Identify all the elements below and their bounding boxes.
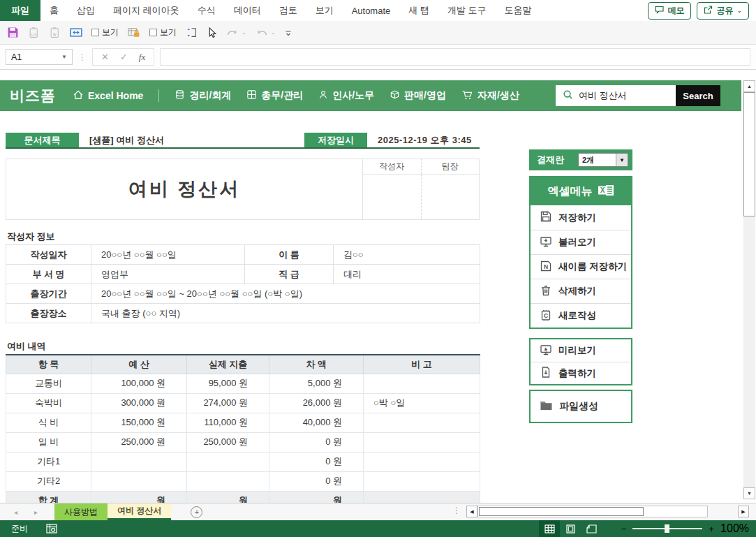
column-width-icon[interactable] xyxy=(70,27,82,38)
approval-count-dropdown[interactable]: 2개 ▼ xyxy=(578,153,628,167)
row-height-icon[interactable] xyxy=(186,27,198,38)
search-button[interactable]: Search xyxy=(676,85,720,106)
table-cell[interactable] xyxy=(187,471,269,491)
table-cell[interactable]: 20○○년 ○○월 ○○일 ~ 20○○년 ○○월 ○○일 (○박 ○일) xyxy=(91,284,480,304)
zoom-level[interactable]: 100% xyxy=(720,522,749,535)
add-sheet-button[interactable]: + xyxy=(191,506,202,518)
redo-button[interactable]: ⌄ xyxy=(226,27,246,38)
confirm-entry-icon[interactable]: ✓ xyxy=(120,52,128,62)
table-cell[interactable] xyxy=(364,452,480,471)
horizontal-scroll-thumb[interactable] xyxy=(479,507,644,516)
table-cell[interactable] xyxy=(91,452,187,471)
tab-developer[interactable]: 개발 도구 xyxy=(438,0,496,21)
tab-page-layout[interactable]: 페이지 레이아웃 xyxy=(104,0,188,21)
tab-home[interactable]: 홈 xyxy=(40,0,68,21)
save-icon[interactable] xyxy=(7,27,19,38)
menu-delete-button[interactable]: 삭제하기 xyxy=(531,279,631,303)
table-cell[interactable]: 영업부 xyxy=(91,265,245,284)
status-ready-text: 준비 xyxy=(11,523,28,535)
approval-sign-cell[interactable] xyxy=(363,175,422,219)
tab-new-tab[interactable]: 새 탭 xyxy=(399,0,438,21)
tab-file[interactable]: 파일 xyxy=(0,0,40,21)
page-layout-view-button[interactable] xyxy=(560,520,581,537)
table-cell[interactable] xyxy=(364,432,480,452)
table-cell[interactable] xyxy=(364,471,480,491)
tab-insert[interactable]: 삽입 xyxy=(68,0,104,21)
sheet-next-arrow[interactable]: ▸ xyxy=(34,508,38,516)
zoom-slider[interactable] xyxy=(632,528,702,529)
table-cell[interactable]: 274,000 원 xyxy=(187,393,269,413)
table-cell[interactable]: 150,000 원 xyxy=(91,413,187,432)
menu-save-button[interactable]: 저장하기 xyxy=(531,205,631,230)
search-input[interactable]: 여비 정산서 xyxy=(556,85,676,106)
tab-formulas[interactable]: 수식 xyxy=(188,0,225,21)
zoom-slider-thumb[interactable] xyxy=(665,524,669,533)
vertical-scroll-thumb[interactable] xyxy=(743,92,755,216)
nav-general-affairs[interactable]: 총무/관리 xyxy=(246,89,303,102)
table-cell[interactable] xyxy=(364,374,480,393)
scroll-up-arrow[interactable]: ▲ xyxy=(743,80,755,92)
menu-save-as-button[interactable]: N 새이름 저장하기 xyxy=(531,254,631,279)
insert-function-icon[interactable]: fx xyxy=(139,52,145,63)
sheet-tab-usage[interactable]: 사용방법 xyxy=(54,503,108,520)
tab-automate[interactable]: Automate xyxy=(343,0,400,21)
table-cell[interactable]: 대리 xyxy=(334,265,480,284)
tab-review[interactable]: 검토 xyxy=(270,0,306,21)
view-checkbox-1[interactable]: 보기 xyxy=(91,27,119,38)
approval-sign-cell[interactable] xyxy=(422,175,480,219)
bizforms-logo[interactable]: 비즈폼 xyxy=(10,86,56,105)
scroll-right-arrow[interactable]: ▶ xyxy=(738,506,749,517)
normal-view-button[interactable] xyxy=(539,520,560,537)
table-cell[interactable]: 300,000 원 xyxy=(91,393,187,413)
nav-hr[interactable]: 인사/노무 xyxy=(318,89,374,102)
protect-sheet-icon[interactable] xyxy=(128,27,140,38)
tab-view[interactable]: 보기 xyxy=(306,0,343,21)
name-box[interactable]: A1 ▼ xyxy=(6,49,73,65)
table-cell: 합 계 xyxy=(6,491,91,503)
page-break-view-button[interactable] xyxy=(581,520,602,537)
comments-button[interactable]: 메모 xyxy=(648,2,691,20)
table-cell[interactable]: 100,000 원 xyxy=(91,374,187,393)
nav-excel-home[interactable]: Excel Home xyxy=(73,89,143,102)
view-checkbox-2[interactable]: 보기 xyxy=(149,27,177,38)
paste-values-icon[interactable]: 123 xyxy=(28,27,40,38)
cancel-entry-icon[interactable]: ✕ xyxy=(101,52,109,62)
toolbar-overflow-button[interactable] xyxy=(284,29,292,37)
table-cell[interactable]: 김○○ xyxy=(334,245,480,265)
table-cell[interactable]: 95,000 원 xyxy=(187,374,269,393)
scroll-down-arrow[interactable]: ▼ xyxy=(743,487,755,499)
share-button[interactable]: 공유 ⌄ xyxy=(697,2,749,20)
table-cell[interactable]: 250,000 원 xyxy=(91,432,187,452)
tab-data[interactable]: 데이터 xyxy=(225,0,270,21)
zoom-in-button[interactable]: + xyxy=(709,524,714,534)
table-cell[interactable]: 250,000 원 xyxy=(187,432,269,452)
undo-button[interactable]: ⌄ xyxy=(255,27,276,38)
scroll-left-arrow[interactable]: ◀ xyxy=(466,506,477,517)
table-cell[interactable]: 국내 출장 (○○ 지역) xyxy=(91,304,480,323)
table-cell[interactable] xyxy=(364,413,480,432)
chevron-down-icon[interactable]: ▼ xyxy=(61,54,67,60)
menu-preview-button[interactable]: 미리보기 xyxy=(531,339,631,362)
menu-new-document-button[interactable]: C 새로작성 xyxy=(531,303,631,328)
menu-create-file-button[interactable]: 파일생성 xyxy=(531,391,631,422)
horizontal-scrollbar[interactable] xyxy=(477,506,708,517)
paste-formulas-icon[interactable]: fx xyxy=(49,27,61,38)
nav-accounting[interactable]: 경리/회계 xyxy=(175,89,231,102)
nav-sales[interactable]: 판매/영업 xyxy=(390,89,446,102)
nav-materials[interactable]: 자재/생산 xyxy=(461,89,519,102)
vertical-scrollbar[interactable]: ▲ ▼ xyxy=(743,80,755,499)
formula-input[interactable] xyxy=(160,48,750,66)
sheet-prev-arrow[interactable]: ◂ xyxy=(14,508,17,516)
table-cell[interactable] xyxy=(187,452,269,471)
menu-print-button[interactable]: 출력하기 xyxy=(531,362,631,384)
tab-help[interactable]: 도움말 xyxy=(496,0,541,21)
table-cell[interactable]: 20○○년 ○○월 ○○일 xyxy=(91,245,245,265)
menu-load-button[interactable]: 불러오기 xyxy=(531,230,631,254)
table-cell[interactable] xyxy=(91,471,187,491)
table-cell[interactable]: 110,000 원 xyxy=(187,413,269,432)
cursor-icon[interactable] xyxy=(207,27,217,38)
table-cell[interactable]: ○박 ○일 xyxy=(364,393,480,413)
zoom-out-button[interactable]: − xyxy=(621,524,627,534)
macro-record-icon[interactable] xyxy=(46,524,57,534)
sheet-tab-expense-report[interactable]: 여비 정산서 xyxy=(108,503,171,520)
